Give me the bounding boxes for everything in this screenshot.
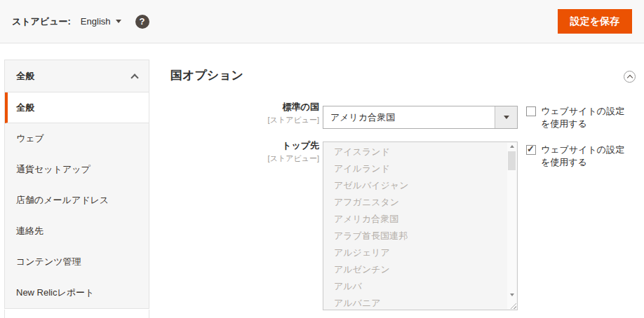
top-destinations-field-label: トップ先 [ストアビュー] (170, 139, 319, 164)
multiselect-option: アイルランド (323, 160, 517, 177)
section-title: 国オプション (170, 67, 243, 83)
sidebar-item-label: New Relicレポート (16, 286, 94, 299)
sidebar-item[interactable]: New Relicレポート (5, 277, 149, 308)
multiselect-option: アルバニア (323, 295, 517, 310)
use-website-checkbox-row-2: ウェブサイトの設定を使用する (526, 144, 631, 169)
multiselect-option: アラブ首長国連邦 (323, 228, 517, 244)
default-country-field-label: 標準の国 [ストアビュー] (170, 101, 319, 125)
sidebar-item[interactable]: 店舗のメールアドレス (5, 185, 149, 216)
store-view-switcher[interactable]: English (81, 16, 121, 27)
checkbox-label[interactable]: ウェブサイトの設定を使用する (541, 144, 631, 169)
multiselect-option: アゼルバイジャン (323, 177, 517, 194)
next-section-strip (4, 310, 149, 318)
config-nav-items: 全般 ウェブ 通貨セットアップ 店舗のメールアドレス 連絡先 コンテンツ管理 N… (5, 92, 149, 308)
field-label-text: トップ先 (170, 139, 319, 152)
sidebar-item[interactable]: 連絡先 (5, 216, 149, 247)
help-icon[interactable]: ? (135, 15, 149, 29)
sidebar-item-label: ウェブ (16, 132, 44, 145)
store-configuration-page: ストアビュー: English ? 設定を保存 全般 全般 ウェブ 通貨セットア… (0, 0, 644, 318)
multiselect-scrollbar (507, 143, 516, 309)
checkbox-label[interactable]: ウェブサイトの設定を使用する (541, 105, 631, 130)
use-website-checkbox-row-1: ウェブサイトの設定を使用する (526, 105, 631, 130)
select-value: アメリカ合衆国 (330, 111, 395, 124)
multiselect-option: アフガニスタン (323, 194, 517, 211)
use-website-checkbox-default-country[interactable] (526, 106, 536, 116)
sidebar-item[interactable]: ウェブ (5, 123, 149, 154)
use-website-checkbox-top-destinations[interactable] (526, 145, 536, 155)
field-label-text: 標準の国 (170, 101, 319, 113)
store-view-value: English (81, 16, 111, 27)
page-actions-bar: ストアビュー: English ? 設定を保存 (0, 0, 644, 43)
scrollbar-thumb (508, 151, 516, 170)
scrollbar-up-arrow-icon (507, 145, 516, 148)
sidebar-item-label: 連絡先 (16, 225, 43, 237)
field-scope-text: [ストアビュー] (170, 115, 319, 125)
chevron-up-icon (130, 74, 138, 81)
multiselect-option: アメリカ合衆国 (323, 211, 517, 228)
multiselect-option: アルゼンチン (323, 261, 517, 278)
caret-down-icon (116, 20, 121, 23)
sidebar-item-label: 店舗のメールアドレス (16, 194, 109, 207)
chevron-up-icon (627, 75, 633, 81)
default-country-select[interactable]: アメリカ合衆国 (323, 106, 518, 129)
sidebar-item-label: 通貨セットアップ (16, 163, 90, 176)
config-nav-section-label: 全般 (16, 70, 34, 83)
multiselect-options: アイスランドアイルランドアゼルバイジャンアフガニスタンアメリカ合衆国アラブ首長国… (323, 142, 517, 310)
store-view-label: ストアビュー: (12, 15, 71, 28)
sidebar-item-label: 全般 (16, 102, 34, 114)
section-collapse-button[interactable] (624, 71, 636, 83)
multiselect-option: アイスランド (323, 144, 517, 160)
sidebar-item-label: コンテンツ管理 (16, 256, 81, 268)
config-nav-section-general[interactable]: 全般 (5, 60, 149, 92)
save-config-button[interactable]: 設定を保存 (558, 9, 632, 34)
field-scope-text: [ストアビュー] (170, 153, 319, 164)
multiselect-option: アルバ (323, 278, 517, 295)
sidebar-item[interactable]: 通貨セットアップ (5, 154, 149, 185)
scrollbar-down-arrow-icon (507, 293, 516, 296)
triangle-down-icon (504, 116, 509, 119)
config-nav-sidebar: 全般 全般 ウェブ 通貨セットアップ 店舗のメールアドレス 連絡先 コンテンツ管… (4, 60, 149, 309)
sidebar-item[interactable]: コンテンツ管理 (5, 247, 149, 277)
top-destinations-multiselect: アイスランドアイルランドアゼルバイジャンアフガニスタンアメリカ合衆国アラブ首長国… (323, 141, 518, 310)
multiselect-option: アルジェリア (323, 244, 517, 261)
sidebar-item[interactable]: 全般 (5, 92, 149, 123)
select-dropdown-arrow-icon[interactable] (495, 106, 517, 128)
